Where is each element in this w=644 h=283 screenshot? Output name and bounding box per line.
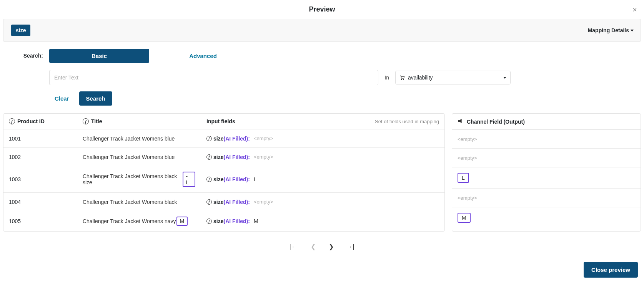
cell-output: <empty>	[452, 149, 483, 167]
ai-filled-badge: (AI Filled):	[223, 199, 250, 205]
cell-product-id: 1001	[3, 129, 77, 147]
cell-output: <empty>	[452, 130, 483, 148]
chevron-down-icon	[503, 77, 506, 79]
table-row: <empty>	[452, 130, 641, 149]
ai-filled-badge: (AI Filled):	[223, 154, 250, 160]
table-row: 1005Challenger Track Jacket Womens navy …	[3, 211, 444, 231]
table-row: 1001Challenger Track Jacket Womens bluef…	[3, 129, 444, 148]
empty-value: <empty>	[254, 154, 273, 160]
cell-input-fields: f size (AI Filled):L	[201, 166, 444, 192]
cell-product-id: 1003	[3, 166, 77, 192]
page-prev-button[interactable]: ❮	[308, 242, 318, 252]
mapping-details-label: Mapping Details	[588, 27, 629, 33]
col-title: Title	[91, 118, 102, 124]
col-input-subhead: Set of fields used in mapping	[375, 119, 439, 124]
output-table: Channel Field (Output) <empty><empty>L<e…	[452, 113, 641, 232]
close-preview-button[interactable]: Close preview	[584, 262, 638, 278]
size-chip[interactable]: size	[11, 25, 30, 36]
clear-button[interactable]: Clear	[49, 91, 75, 106]
cell-input-fields: f size (AI Filled):<empty>	[201, 129, 444, 147]
page-title: Preview	[309, 5, 335, 13]
top-bar: size Mapping Details	[3, 19, 641, 42]
cell-input-fields: f size (AI Filled):<empty>	[201, 193, 444, 211]
input-field-name: size	[213, 176, 223, 182]
mapping-details-toggle[interactable]: Mapping Details	[588, 27, 634, 33]
cell-title: Challenger Track Jacket Womens blue	[77, 129, 201, 147]
field-dropdown[interactable]: availability	[395, 71, 511, 84]
table-row: M	[452, 207, 641, 228]
cell-title: Challenger Track Jacket Womens black siz…	[77, 166, 201, 192]
cell-output: L	[452, 167, 474, 188]
cell-title: Challenger Track Jacket Womens blue	[77, 148, 201, 166]
table-row: <empty>	[452, 189, 641, 207]
page-last-button[interactable]: →|	[344, 242, 357, 252]
empty-value: <empty>	[458, 195, 477, 201]
search-button[interactable]: Search	[79, 91, 112, 106]
cell-title: Challenger Track Jacket Womens black	[77, 193, 201, 211]
cell-output: <empty>	[452, 189, 483, 207]
ai-filled-badge: (AI Filled):	[223, 218, 250, 224]
col-input-fields: Input fields	[206, 118, 235, 124]
page-first-button[interactable]: |←	[287, 242, 300, 252]
empty-value: <empty>	[254, 136, 273, 141]
cell-title: Challenger Track Jacket Womens navy M	[77, 211, 201, 231]
cell-input-fields: f size (AI Filled):M	[201, 211, 444, 231]
function-icon: f	[206, 199, 212, 205]
col-product-id: Product ID	[17, 118, 45, 124]
megaphone-icon	[458, 118, 464, 125]
function-icon: f	[206, 177, 212, 182]
table-row: 1002Challenger Track Jacket Womens bluef…	[3, 148, 444, 166]
cart-icon	[399, 75, 405, 80]
cell-product-id: 1004	[3, 193, 77, 211]
tab-advanced[interactable]: Advanced	[153, 49, 253, 63]
table-row: 1003Challenger Track Jacket Womens black…	[3, 166, 444, 193]
table-row: <empty>	[452, 149, 641, 167]
input-field-name: size	[213, 136, 223, 142]
input-field-name: size	[213, 199, 223, 205]
input-field-name: size	[213, 218, 223, 224]
col-channel-output: Channel Field (Output)	[467, 119, 525, 125]
output-highlight: L	[458, 173, 469, 183]
function-icon: f	[206, 218, 212, 224]
table-row: L	[452, 167, 641, 189]
chevron-down-icon	[631, 30, 634, 31]
tab-basic[interactable]: Basic	[49, 49, 149, 63]
dropdown-value: availability	[408, 74, 433, 81]
cell-input-fields: f size (AI Filled):<empty>	[201, 148, 444, 166]
table-row: 1004Challenger Track Jacket Womens black…	[3, 193, 444, 211]
ai-filled-badge: (AI Filled):	[223, 136, 250, 142]
title-highlight: M	[176, 217, 188, 226]
title-highlight: - L	[183, 172, 195, 187]
svg-point-0	[401, 79, 402, 80]
in-label: In	[383, 74, 391, 81]
close-icon[interactable]: ×	[632, 5, 637, 14]
preview-table: f Product ID f Title Input fields Set of…	[3, 113, 445, 232]
ai-filled-badge: (AI Filled):	[223, 176, 250, 182]
cell-product-id: 1002	[3, 148, 77, 166]
input-value: L	[254, 176, 257, 182]
cell-product-id: 1005	[3, 211, 77, 231]
search-input[interactable]	[49, 70, 378, 85]
function-icon: f	[9, 118, 15, 124]
pagination: |← ❮ ❯ →|	[0, 232, 644, 262]
function-icon: f	[206, 154, 212, 160]
input-field-name: size	[213, 154, 223, 160]
empty-value: <empty>	[458, 155, 477, 161]
cell-output: M	[452, 207, 476, 228]
function-icon: f	[83, 118, 89, 124]
svg-point-1	[403, 79, 404, 80]
output-highlight: M	[458, 213, 471, 223]
page-next-button[interactable]: ❯	[326, 242, 336, 252]
input-value: M	[254, 218, 258, 224]
search-label: Search:	[3, 49, 49, 106]
empty-value: <empty>	[458, 136, 477, 142]
function-icon: f	[206, 136, 212, 141]
empty-value: <empty>	[254, 199, 273, 205]
